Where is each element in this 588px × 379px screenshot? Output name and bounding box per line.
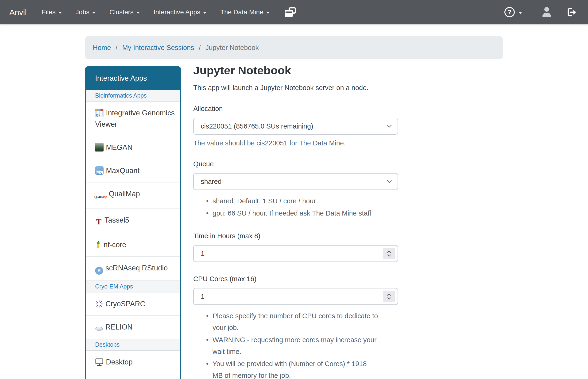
queue-label: Queue	[193, 160, 398, 168]
maxquant-icon: MQ	[95, 166, 103, 175]
app-description: This app will launch a Jupyter Notebook …	[193, 84, 398, 92]
queue-help-item: gpu: 66 SU / hour. If needed ask The Dat…	[213, 207, 379, 219]
sidebar-item-qualimap[interactable]: QualiMapQualiMap	[86, 182, 180, 208]
sidebar-item-windows11[interactable]: Windows11	[86, 374, 180, 379]
number-stepper[interactable]	[383, 248, 395, 259]
allocation-help: The value should be cis220051 for The Da…	[193, 139, 398, 147]
allocation-label: Allocation	[193, 105, 398, 112]
svg-text:RELION: RELION	[97, 328, 102, 330]
cpu-help-list: Please specify the number of CPU cores t…	[193, 310, 379, 379]
cpu-input[interactable]: 1	[193, 288, 398, 305]
cpu-help-item: You will be provided with (Number of Cor…	[213, 358, 379, 379]
sidebar-item-scrnaseq-rstudio[interactable]: RscRNAseq RStudio	[86, 256, 180, 281]
sidebar-section-cryo-em[interactable]: Cryo-EM Apps	[86, 281, 180, 292]
rstudio-icon: R	[95, 267, 103, 275]
sidebar-item-tassel5[interactable]: TTassel5	[86, 208, 180, 233]
nav-jobs[interactable]: Jobs	[76, 8, 96, 16]
breadcrumb-my-interactive-sessions[interactable]: My Interactive Sessions	[122, 44, 194, 52]
chevron-down-icon	[92, 12, 96, 14]
chevron-down-icon	[519, 12, 522, 14]
chevron-down-icon	[203, 12, 207, 14]
chevron-down-icon	[136, 12, 140, 14]
sidebar-title: Interactive Apps	[86, 67, 180, 90]
chevron-down-icon	[266, 12, 270, 14]
allocation-group: Allocation cis220051 (856765.0 SUs remai…	[193, 105, 398, 147]
sidebar-section-desktops[interactable]: Desktops	[86, 339, 180, 351]
sidebar-item-cryosparc[interactable]: CryoSPARC	[86, 292, 180, 316]
queue-help-item: shared: Default. 1 SU / core / hour	[213, 195, 379, 207]
igv-icon	[95, 109, 103, 117]
sidebar-item-relion[interactable]: RELION RELION	[86, 316, 180, 339]
queue-select[interactable]: shared	[193, 173, 398, 190]
nav-clusters[interactable]: Clusters	[109, 8, 140, 16]
sidebar-section-bioinformatics[interactable]: Bioinformatics Apps	[86, 90, 180, 102]
user-icon[interactable]	[541, 7, 552, 17]
queue-group: Queue shared shared: Default. 1 SU / cor…	[193, 160, 398, 219]
top-navbar: Anvil Files Jobs Clusters Interactive Ap…	[0, 0, 588, 24]
allocation-select[interactable]: cis220051 (856765.0 SUs remaining)	[193, 118, 398, 135]
number-stepper[interactable]	[383, 291, 395, 302]
app-launch-form: Jupyter Notebook This app will launch a …	[193, 64, 398, 379]
page-title: Jupyter Notebook	[193, 64, 398, 77]
navbar-right: ?	[504, 7, 577, 17]
chevron-down-icon	[387, 125, 392, 128]
brand-anvil[interactable]: Anvil	[9, 8, 27, 17]
chevron-down-icon	[58, 12, 62, 14]
nf-core-icon	[95, 240, 101, 249]
relion-icon: RELION	[95, 327, 103, 331]
nav-interactive-apps[interactable]: Interactive Apps	[153, 8, 207, 16]
cpu-help-item: WARNING - requesting more cores may incr…	[213, 334, 379, 357]
time-input[interactable]: 1	[193, 245, 398, 262]
sidebar-item-igv[interactable]: Integrative Genomics Viewer	[86, 102, 180, 136]
sidebar-item-megan[interactable]: MEGAN	[86, 136, 180, 159]
cpu-group: CPU Cores (max 16) 1 Please specify the …	[193, 275, 398, 379]
cpu-help-item: Please specify the number of CPU cores t…	[213, 310, 379, 333]
sidebar-item-maxquant[interactable]: MQMaxQuant	[86, 159, 180, 182]
queue-help-list: shared: Default. 1 SU / core / hour gpu:…	[193, 195, 379, 219]
megan-icon	[95, 143, 103, 152]
breadcrumb-home[interactable]: Home	[93, 44, 111, 52]
sidebar-item-nf-core[interactable]: nf-core	[86, 233, 180, 256]
interactive-apps-sidebar: Interactive Apps Bioinformatics Apps Int…	[85, 66, 181, 379]
help-menu[interactable]: ?	[504, 7, 522, 17]
sign-out-icon[interactable]	[567, 7, 577, 17]
breadcrumb: Home / My Interactive Sessions / Jupyter…	[85, 36, 503, 59]
sidebar-item-desktop[interactable]: Desktop	[86, 351, 180, 374]
my-interactive-sessions-icon[interactable]	[285, 7, 296, 17]
time-label: Time in Hours (max 8)	[193, 232, 398, 240]
cpu-label: CPU Cores (max 16)	[193, 275, 398, 283]
tassel5-icon: T	[95, 216, 102, 227]
chevron-down-icon	[387, 180, 392, 183]
cryosparc-icon	[95, 300, 103, 308]
desktop-icon	[95, 358, 103, 366]
qualimap-icon: QualiMap	[95, 191, 106, 203]
breadcrumb-current: Jupyter Notebook	[205, 44, 259, 52]
time-group: Time in Hours (max 8) 1	[193, 232, 398, 262]
nav-files[interactable]: Files	[42, 8, 62, 16]
help-icon: ?	[504, 7, 515, 17]
nav-the-data-mine[interactable]: The Data Mine	[220, 8, 270, 16]
